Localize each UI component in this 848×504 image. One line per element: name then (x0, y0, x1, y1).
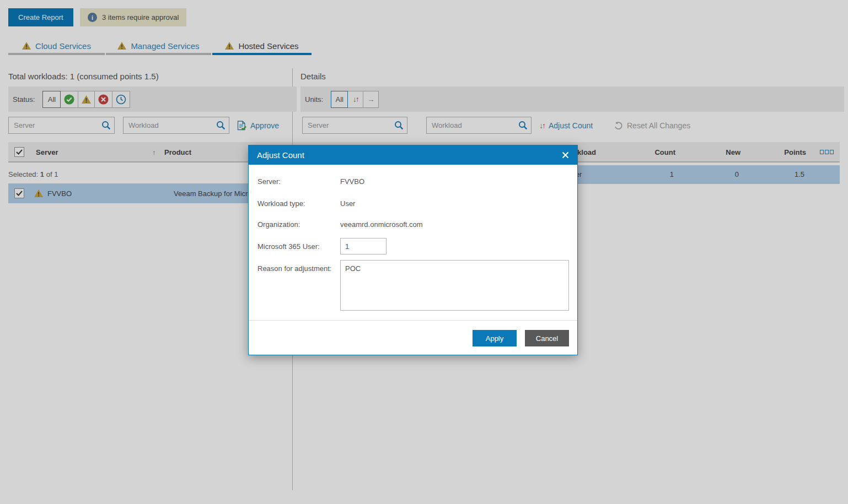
organization-field-value: veeamrd.onmicrosoft.com (340, 220, 423, 229)
workload-type-field-value: User (340, 199, 355, 208)
reason-textarea[interactable]: POC (340, 260, 569, 311)
count-input[interactable] (340, 238, 387, 254)
apply-button[interactable]: Apply (473, 330, 517, 346)
server-field-value: FVVBO (340, 177, 364, 186)
dialog-title: Adjust Count (257, 150, 304, 160)
count-field-label: Microsoft 365 User: (257, 242, 320, 251)
cancel-button[interactable]: Cancel (525, 330, 569, 346)
adjust-count-dialog: Adjust Count Server: FVVBO Workload type… (248, 145, 578, 355)
close-icon[interactable] (562, 151, 569, 159)
dialog-footer-separator (249, 320, 577, 321)
workload-type-field-label: Workload type: (257, 199, 305, 208)
licensing-usage-page: Create Report i 3 items require approval… (0, 0, 848, 504)
dialog-header: Adjust Count (249, 145, 577, 165)
server-field-label: Server: (257, 177, 281, 186)
organization-field-label: Organization: (257, 220, 300, 229)
reason-field-label: Reason for adjustment: (257, 264, 331, 273)
